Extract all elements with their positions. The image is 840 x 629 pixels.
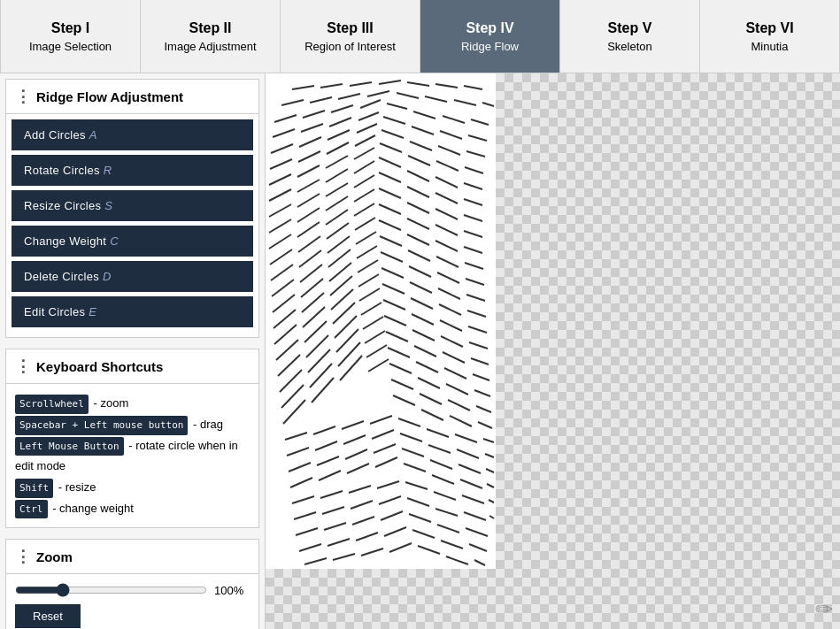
svg-line-158 xyxy=(474,390,490,396)
svg-line-182 xyxy=(483,439,494,442)
svg-line-84 xyxy=(407,234,429,245)
svg-line-51 xyxy=(379,157,401,167)
shortcut-item: Shift - resize xyxy=(15,477,250,498)
svg-line-105 xyxy=(328,249,351,267)
svg-line-53 xyxy=(435,177,458,188)
tab-step-iv[interactable]: Step IVRidge Flow xyxy=(420,0,560,73)
svg-line-80 xyxy=(297,222,320,237)
svg-line-117 xyxy=(439,304,461,315)
svg-line-126 xyxy=(468,326,487,333)
tab-step-iii[interactable]: Step IIIRegion of Interest xyxy=(281,0,420,73)
svg-line-55 xyxy=(269,189,291,201)
svg-line-26 xyxy=(358,112,379,120)
svg-line-52 xyxy=(407,171,429,181)
svg-line-60 xyxy=(407,187,429,197)
svg-line-86 xyxy=(464,247,482,253)
svg-line-97 xyxy=(328,236,350,253)
svg-line-178 xyxy=(370,416,392,424)
svg-line-92 xyxy=(408,250,430,261)
svg-line-135 xyxy=(276,340,298,360)
svg-line-232 xyxy=(356,533,378,541)
svg-line-41 xyxy=(327,142,349,154)
svg-line-127 xyxy=(274,325,297,344)
svg-line-231 xyxy=(328,539,350,546)
tab-label: Region of Interest xyxy=(304,40,396,53)
svg-line-110 xyxy=(466,295,485,301)
canvas-area[interactable]: ✏ xyxy=(266,73,840,629)
reset-button[interactable]: Reset xyxy=(15,604,81,628)
tab-step: Step V xyxy=(608,20,652,36)
svg-line-199 xyxy=(290,478,312,487)
svg-line-215 xyxy=(294,512,316,519)
zoom-slider[interactable] xyxy=(15,583,207,597)
shortcut-desc: - change weight xyxy=(52,502,134,515)
shortcut-item: Ctrl - change weight xyxy=(15,498,250,519)
svg-line-226 xyxy=(381,511,403,520)
svg-line-109 xyxy=(438,288,460,299)
svg-line-100 xyxy=(409,266,431,277)
svg-line-43 xyxy=(380,143,402,152)
action-btn-delete-circles[interactable]: Delete Circles D xyxy=(12,261,253,292)
tab-step-v[interactable]: Step VSkeleton xyxy=(560,0,700,73)
tab-step-ii[interactable]: Step IIImage Adjustment xyxy=(141,0,281,73)
svg-line-189 xyxy=(457,449,479,458)
svg-line-185 xyxy=(343,435,366,444)
svg-line-122 xyxy=(358,274,379,287)
svg-line-225 xyxy=(352,517,374,525)
svg-line-174 xyxy=(478,422,492,428)
svg-line-4 xyxy=(407,82,429,86)
tab-step-i[interactable]: Step IImage Selection xyxy=(0,0,141,73)
svg-line-237 xyxy=(304,558,327,564)
svg-line-148 xyxy=(416,362,438,372)
action-btn-add-circles[interactable]: Add Circles A xyxy=(12,119,253,150)
svg-line-78 xyxy=(464,231,482,237)
svg-line-88 xyxy=(298,236,320,252)
svg-line-0 xyxy=(292,86,314,89)
svg-line-99 xyxy=(381,252,403,262)
svg-line-40 xyxy=(298,151,320,162)
svg-line-30 xyxy=(468,135,487,141)
svg-line-179 xyxy=(398,418,420,426)
svg-line-57 xyxy=(326,169,348,182)
action-btn-change-weight[interactable]: Change Weight C xyxy=(12,226,253,257)
tab-step: Step II xyxy=(189,20,231,36)
svg-line-69 xyxy=(435,209,458,219)
tab-step-vi[interactable]: Step VIMinutia xyxy=(700,0,840,73)
svg-line-177 xyxy=(342,421,364,429)
svg-line-194 xyxy=(374,444,396,453)
svg-line-240 xyxy=(389,543,412,552)
svg-line-33 xyxy=(328,130,350,140)
svg-line-229 xyxy=(466,528,488,536)
svg-line-230 xyxy=(299,544,321,551)
svg-line-198 xyxy=(486,469,494,472)
svg-line-154 xyxy=(365,331,385,343)
svg-line-21 xyxy=(443,116,465,123)
action-btn-rotate-circles[interactable]: Rotate Circles R xyxy=(12,155,253,186)
svg-line-164 xyxy=(420,394,442,404)
svg-line-37 xyxy=(438,146,460,155)
zoom-controls: 100% Reset xyxy=(6,574,258,629)
svg-line-190 xyxy=(485,454,494,457)
svg-line-175 xyxy=(285,433,307,440)
svg-line-197 xyxy=(459,464,481,473)
svg-line-106 xyxy=(357,246,377,258)
action-btn-edit-circles[interactable]: Edit Circles E xyxy=(12,296,253,327)
svg-line-25 xyxy=(329,118,351,127)
shortcut-key: Spacebar + Left mouse button xyxy=(15,416,188,435)
svg-line-66 xyxy=(354,175,374,188)
svg-line-210 xyxy=(377,481,399,488)
svg-line-47 xyxy=(269,174,291,185)
svg-line-118 xyxy=(467,311,486,317)
svg-line-238 xyxy=(333,554,355,560)
svg-line-139 xyxy=(386,332,408,341)
svg-line-221 xyxy=(464,512,486,520)
svg-line-17 xyxy=(331,105,353,112)
fingerprint-svg xyxy=(266,73,496,569)
svg-line-165 xyxy=(448,400,470,410)
shortcuts-content: Scrollwheel - zoomSpacebar + Left mouse … xyxy=(6,384,258,527)
action-btn-resize-circles[interactable]: Resize Circles S xyxy=(12,190,253,221)
svg-line-239 xyxy=(361,548,383,556)
action-buttons: Add Circles ARotate Circles RResize Circ… xyxy=(6,114,258,337)
svg-line-19 xyxy=(387,104,407,109)
svg-line-173 xyxy=(450,416,472,426)
